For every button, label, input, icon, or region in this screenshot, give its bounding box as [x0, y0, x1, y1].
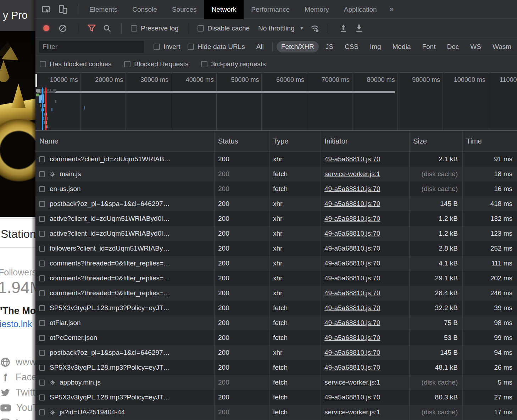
request-row[interactable]: postback?oz_pl=1&spa=1&ci=646297…200xhr4…	[35, 196, 517, 211]
invert-checkbox[interactable]	[154, 44, 160, 50]
filter-chip-img[interactable]: Img	[365, 41, 386, 52]
request-row[interactable]: en-us.json200fetch49-a5a68810.js:70(disk…	[35, 181, 517, 196]
initiator-link[interactable]: 49-a5a68810.js:70	[324, 274, 380, 282]
search-icon[interactable]	[102, 23, 112, 33]
request-row[interactable]: comments?client_id=zdUqm51WRIAB…200xhr49…	[35, 152, 517, 167]
initiator-link[interactable]: 49-a5a68810.js:70	[324, 319, 380, 326]
column-header-name[interactable]: Name	[35, 137, 214, 145]
initiator-link[interactable]: 49-a5a68810.js:70	[324, 334, 380, 341]
request-checkbox[interactable]	[39, 320, 45, 326]
request-checkbox[interactable]	[39, 156, 45, 162]
request-checkbox[interactable]	[39, 305, 45, 311]
request-checkbox[interactable]	[39, 231, 45, 237]
hide-data-urls-checkbox[interactable]	[188, 44, 194, 50]
initiator-link[interactable]: service-worker.js:1	[324, 408, 380, 416]
request-checkbox[interactable]	[39, 409, 45, 415]
initiator-link[interactable]: 49-a5a68810.js:70	[324, 215, 380, 222]
initiator-link[interactable]: 49-a5a68810.js:70	[324, 304, 380, 312]
request-checkbox[interactable]	[39, 394, 45, 401]
initiator-link[interactable]: 49-a5a68810.js:70	[324, 259, 380, 267]
request-checkbox[interactable]	[39, 275, 45, 281]
tab-application[interactable]: Application	[337, 0, 384, 19]
request-row[interactable]: comments?threaded=0&filter_replies=…200x…	[35, 286, 517, 301]
blocked-requests-checkbox[interactable]	[124, 61, 130, 67]
social-link-facebook[interactable]: fFaceb	[0, 370, 35, 385]
request-row[interactable]: otPcCenter.json200fetch49-a5a68810.js:70…	[35, 330, 517, 345]
filter-chip-wasm[interactable]: Wasm	[488, 41, 516, 52]
filter-icon[interactable]	[87, 23, 96, 33]
request-checkbox[interactable]	[39, 365, 45, 371]
request-checkbox[interactable]	[39, 216, 45, 222]
initiator-link[interactable]: 49-a5a68810.js:70	[324, 245, 380, 252]
filter-chip-ws[interactable]: WS	[466, 41, 486, 52]
initiator-link[interactable]: 49-a5a68810.js:70	[324, 364, 380, 371]
initiator-link[interactable]: 49-a5a68810.js:70	[324, 393, 380, 401]
filter-chip-media[interactable]: Media	[388, 41, 416, 52]
initiator-link[interactable]: 49-a5a68810.js:70	[324, 155, 380, 163]
request-row[interactable]: followers?client_id=zdUqm51WRIABy…200xhr…	[35, 241, 517, 256]
column-header-initiator[interactable]: Initiator	[321, 137, 409, 145]
tab-console[interactable]: Console	[125, 0, 165, 19]
filter-chip-css[interactable]: CSS	[340, 41, 363, 52]
track-link[interactable]: tiesto.lnk	[0, 319, 35, 329]
request-row[interactable]: active?client_id=zdUqm51WRIAByd0l…200xhr…	[35, 226, 517, 241]
column-header-type[interactable]: Type	[269, 137, 321, 145]
tab-sources[interactable]: Sources	[165, 0, 204, 19]
network-conditions-icon[interactable]	[310, 23, 319, 33]
request-row[interactable]: comments?threaded=0&filter_replies=…200x…	[35, 271, 517, 286]
initiator-link[interactable]: 49-a5a68810.js:70	[324, 200, 380, 207]
initiator-link[interactable]: service-worker.js:1	[324, 379, 380, 386]
request-checkbox[interactable]	[39, 246, 45, 252]
request-checkbox[interactable]	[39, 186, 45, 192]
request-row[interactable]: SP5X3v3tyqPL.128.mp3?Policy=eyJT…200fetc…	[35, 390, 517, 405]
tab-elements[interactable]: Elements	[82, 0, 125, 19]
request-checkbox[interactable]	[39, 380, 45, 386]
more-tabs-icon[interactable]: »	[384, 5, 399, 14]
request-checkbox[interactable]	[39, 335, 45, 341]
social-link-youtube[interactable]: YouTu	[0, 400, 35, 415]
filter-chip-all[interactable]: All	[252, 41, 268, 52]
export-har-icon[interactable]	[354, 23, 364, 33]
filter-input[interactable]	[39, 41, 144, 53]
request-row[interactable]: SP5X3v3tyqPL.128.mp3?Policy=eyJT…200fetc…	[35, 360, 517, 375]
request-row[interactable]: main.js200fetchservice-worker.js:1(disk …	[35, 167, 517, 181]
request-row[interactable]: js?id=UA-2519404-44200fetchservice-worke…	[35, 405, 517, 420]
request-checkbox[interactable]	[39, 290, 45, 296]
clear-icon[interactable]	[58, 23, 68, 33]
request-checkbox[interactable]	[39, 201, 45, 207]
filter-chip-js[interactable]: JS	[321, 41, 338, 52]
throttling-select[interactable]: No throttling ▼	[258, 24, 304, 32]
initiator-link[interactable]: 49-a5a68810.js:70	[324, 349, 380, 356]
has-blocked-cookies-checkbox[interactable]	[40, 61, 46, 67]
request-checkbox[interactable]	[39, 350, 45, 356]
filter-chip-doc[interactable]: Doc	[442, 41, 463, 52]
filter-chip-fetch-xhr[interactable]: Fetch/XHR	[277, 41, 319, 52]
import-har-icon[interactable]	[338, 23, 348, 33]
initiator-link[interactable]: 49-a5a68810.js:70	[324, 230, 380, 237]
social-link-globe[interactable]: www.t	[0, 354, 35, 370]
disable-cache-checkbox[interactable]	[198, 25, 204, 32]
tab-network[interactable]: Network	[204, 0, 244, 19]
request-row[interactable]: SP5X3v3tyqPL.128.mp3?Policy=eyJT…200fetc…	[35, 301, 517, 315]
tab-memory[interactable]: Memory	[297, 0, 337, 19]
filter-chip-font[interactable]: Font	[417, 41, 440, 52]
column-header-status[interactable]: Status	[214, 137, 269, 145]
station-tab[interactable]: Station	[1, 228, 35, 241]
request-row[interactable]: comments?threaded=0&filter_replies=…200x…	[35, 256, 517, 271]
request-checkbox[interactable]	[39, 261, 45, 267]
request-row[interactable]: postback?oz_pl=1&spa=1&ci=646297…200xhr4…	[35, 345, 517, 360]
device-toolbar-icon[interactable]	[58, 4, 68, 14]
network-overview[interactable]: 10000 ms20000 ms30000 ms40000 ms50000 ms…	[35, 73, 517, 131]
initiator-link[interactable]: 49-a5a68810.js:70	[324, 289, 380, 297]
inspect-element-icon[interactable]	[41, 4, 51, 14]
request-checkbox[interactable]	[39, 171, 45, 177]
third-party-requests-checkbox[interactable]	[201, 61, 207, 67]
initiator-link[interactable]: 49-a5a68810.js:70	[324, 185, 380, 192]
request-row[interactable]: otFlat.json200fetch49-a5a68810.js:7075 B…	[35, 315, 517, 330]
column-header-time[interactable]: Time	[462, 137, 517, 145]
request-row[interactable]: appboy.min.js200fetchservice-worker.js:1…	[35, 375, 517, 390]
tab-performance[interactable]: Performance	[244, 0, 297, 19]
record-button[interactable]	[43, 25, 49, 31]
social-link-twitter[interactable]: Twitte	[0, 385, 35, 400]
column-header-size[interactable]: Size	[409, 137, 462, 145]
